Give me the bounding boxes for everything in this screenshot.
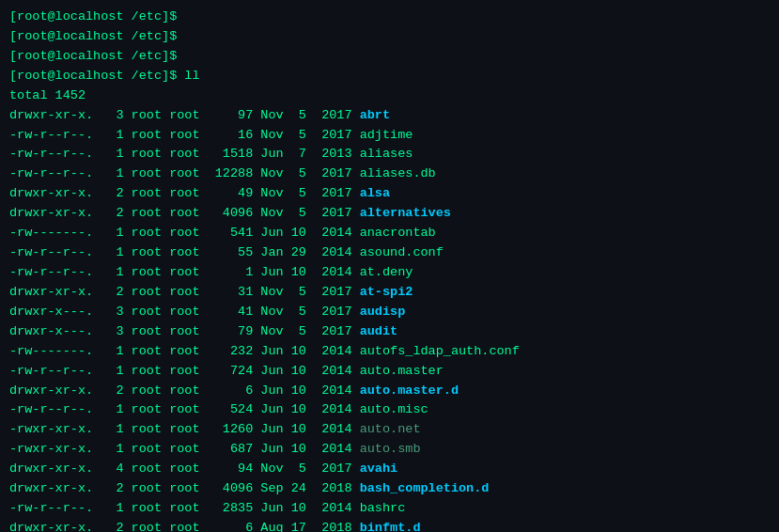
file-row: drwxr-xr-x. 2 root root 31 Nov 5 2017 at… (9, 283, 770, 303)
file-list: drwxr-xr-x. 3 root root 97 Nov 5 2017 ab… (9, 106, 770, 532)
file-row: -rwxr-xr-x. 1 root root 687 Jun 10 2014 … (9, 440, 770, 460)
file-row: -rw-r--r--. 1 root root 524 Jun 10 2014 … (9, 400, 770, 420)
file-row: -rw-r--r--. 1 root root 16 Nov 5 2017 ad… (9, 126, 770, 146)
file-row: -rw-------. 1 root root 541 Jun 10 2014 … (9, 224, 770, 243)
file-row: drwxr-xr-x. 2 root root 49 Nov 5 2017 al… (9, 184, 770, 204)
file-row: -rw-r--r--. 1 root root 2835 Jun 10 2014… (9, 499, 770, 519)
file-row: drwxr-xr-x. 2 root root 6 Jun 10 2014 au… (9, 382, 770, 401)
prompt-line-1: [root@localhost /etc]$ (9, 8, 770, 27)
total-line: total 1452 (9, 86, 770, 106)
file-row: -rwxr-xr-x. 1 root root 1260 Jun 10 2014… (9, 420, 770, 440)
file-row: drwxr-xr-x. 2 root root 6 Aug 17 2018 bi… (9, 519, 770, 532)
file-row: drwxr-xr-x. 3 root root 97 Nov 5 2017 ab… (9, 106, 770, 126)
file-row: drwxr-x---. 3 root root 41 Nov 5 2017 au… (9, 303, 770, 322)
file-row: drwxr-xr-x. 2 root root 4096 Sep 24 2018… (9, 479, 770, 499)
prompt-line-2: [root@localhost /etc]$ (9, 27, 770, 47)
file-row: -rw-------. 1 root root 232 Jun 10 2014 … (9, 342, 770, 362)
file-row: -rw-r--r--. 1 root root 1 Jun 10 2014 at… (9, 263, 770, 283)
file-row: -rw-r--r--. 1 root root 12288 Nov 5 2017… (9, 164, 770, 184)
file-row: drwxr-xr-x. 2 root root 4096 Nov 5 2017 … (9, 204, 770, 224)
file-row: -rw-r--r--. 1 root root 55 Jan 29 2014 a… (9, 243, 770, 263)
file-row: drwxr-xr-x. 4 root root 94 Nov 5 2017 av… (9, 460, 770, 479)
terminal: [root@localhost /etc]$ [root@localhost /… (0, 0, 779, 532)
file-row: -rw-r--r--. 1 root root 1518 Jun 7 2013 … (9, 145, 770, 164)
file-row: drwxr-x---. 3 root root 79 Nov 5 2017 au… (9, 322, 770, 342)
prompt-line-4: [root@localhost /etc]$ ll (9, 67, 770, 86)
file-row: -rw-r--r--. 1 root root 724 Jun 10 2014 … (9, 362, 770, 382)
prompt-line-3: [root@localhost /etc]$ (9, 47, 770, 67)
